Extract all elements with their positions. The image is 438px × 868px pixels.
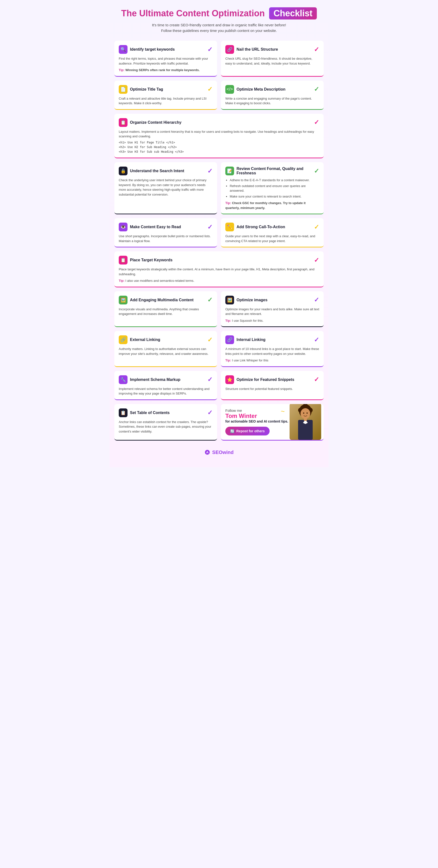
card-nail-url: 🔗 Nail the URL Structure ✓ Check URL slu…	[221, 41, 324, 77]
subtitle-line2: Follow these guidelines every time you p…	[161, 29, 277, 33]
external-link-icon: 🔗	[119, 335, 128, 344]
card-multimedia: 🖼️ Add Engaging Multimedia Content ✓ Inc…	[114, 291, 217, 327]
card-title: Identify target keywords	[130, 47, 175, 52]
card-title: Add Engaging Multimedia Content	[130, 298, 194, 302]
card-body: Write a concise and engaging summary of …	[225, 96, 319, 106]
card-tip: Tip: Check GSC for monthly changes. Try …	[225, 201, 319, 210]
follow-for-text: for actionable SEO and AI content tips.	[225, 420, 319, 423]
card-body: Place target keywords strategically with…	[119, 267, 319, 283]
card-header: 🖼️ Optimize images ✓	[225, 296, 319, 304]
search-icon: 🔍	[119, 45, 128, 54]
title-badge: Checklist	[269, 7, 317, 20]
subtitle-line1: It's time to create SEO-friendly content…	[152, 23, 286, 27]
bullet-item: Adhere to the E-E-A-T standards for a co…	[230, 178, 319, 183]
card-header: ✏️ Add Strong Call-To-Action ✓	[225, 223, 319, 231]
card-title-group: ✏️ Add Strong Call-To-Action	[225, 223, 285, 231]
card-internal-linking: 🔗 Internal Linking ✓ A minimum of 10 inb…	[221, 331, 324, 367]
row-5: 👁️ Make Content Easy to Read ✓ Use short…	[114, 218, 324, 247]
page-footer: SEOwind	[114, 444, 324, 458]
checkmark-icon: ✓	[207, 167, 213, 175]
bullet-item: Refresh outdated content and ensure user…	[230, 184, 319, 193]
checkmark-icon: ✓	[314, 336, 319, 344]
card-title-group: 🔍 Identify target keywords	[119, 45, 175, 54]
checkmark-icon: ✓	[314, 46, 319, 53]
card-text: Layout matters. Implement a content hier…	[119, 129, 319, 139]
card-easy-read: 👁️ Make Content Easy to Read ✓ Use short…	[114, 218, 217, 247]
checkmark-icon: ✓	[314, 256, 319, 264]
card-body: Incorporate visuals and multimedia. Anyt…	[119, 307, 213, 316]
card-tip: Tip: I use Squoosh for this.	[225, 318, 319, 323]
card-title-group: 📋 Organize Content Hierarchy	[119, 118, 181, 127]
code-line-3: <h3> Use H3 for Sub sub Heading </h3>	[119, 150, 319, 154]
seowind-logo-icon	[204, 450, 210, 455]
title-plain: The Ultimate Content Optimization	[121, 8, 265, 18]
follow-card: Follow me Tom Winter for actionable SEO …	[221, 404, 324, 441]
card-header: 📝 Review Content Format, Quality and Fre…	[225, 166, 319, 175]
pencil-icon: ✏️	[225, 223, 234, 231]
svg-point-11	[207, 451, 208, 452]
checkmark-icon: ✓	[207, 336, 213, 344]
card-text: Place target keywords strategically with…	[119, 267, 319, 276]
card-header: </> Optimize Meta Description ✓	[225, 85, 319, 94]
card-body: Check URL slug for SEO-friendliness. It …	[225, 56, 319, 66]
card-table-of-contents: 📋 Set Table of Contents ✓ Anchor links c…	[114, 404, 217, 441]
card-text: Craft a relevant and attractive title ta…	[119, 96, 213, 106]
card-header: 🔒 Understand the Search Intent ✓	[119, 166, 213, 175]
card-meta-description: </> Optimize Meta Description ✓ Write a …	[221, 81, 324, 110]
card-title: Implement Schema Markup	[130, 377, 180, 382]
card-text: A minimum of 10 inbound links is a good …	[225, 347, 319, 356]
checkmark-icon: ✓	[207, 86, 213, 93]
card-title-group: 👁️ Make Content Easy to Read	[119, 223, 181, 231]
card-body: Use short paragraphs. Incorporate bullet…	[119, 234, 213, 243]
hierarchy-icon: 📋	[119, 118, 128, 127]
card-title: Place Target Keywords	[130, 258, 172, 262]
card-title-group: 📄 Optimize Title Tag	[119, 85, 163, 94]
page-wrapper: The Ultimate Content Optimization Checkl…	[109, 0, 329, 467]
card-cta: ✏️ Add Strong Call-To-Action ✓ Guide you…	[221, 218, 324, 247]
person-name: Tom Winter	[225, 412, 319, 420]
card-header: ⭐ Optimize for Featured Snippets ✓	[225, 375, 319, 384]
card-featured-snippets: ⭐ Optimize for Featured Snippets ✓ Struc…	[221, 371, 324, 400]
page-header: The Ultimate Content Optimization Checkl…	[114, 7, 324, 33]
row-4: 🔒 Understand the Search Intent ✓ Check t…	[114, 162, 324, 214]
code-line-2: <h2> Use H2 for Sub Heading </h2>	[119, 145, 319, 150]
card-header: 🔧 Implement Schema Markup ✓	[119, 375, 213, 384]
card-text: Authority matters. Linking to authoritat…	[119, 347, 213, 356]
card-title-group: 📋 Set Table of Contents	[119, 408, 170, 417]
document-icon: 📄	[119, 85, 128, 94]
toc-icon: 📋	[119, 408, 128, 417]
card-search-intent: 🔒 Understand the Search Intent ✓ Check t…	[114, 162, 217, 214]
star-icon: ⭐	[225, 375, 234, 384]
card-title: Set Table of Contents	[130, 411, 170, 415]
card-body: Layout matters. Implement a content hier…	[119, 129, 319, 154]
card-title-tag: 📄 Optimize Title Tag ✓ Craft a relevant …	[114, 81, 217, 110]
card-optimize-images: 🖼️ Optimize images ✓ Optimize images for…	[221, 291, 324, 327]
checkmark-icon: ✓	[314, 296, 319, 304]
checkmark-icon: ✓	[314, 223, 319, 231]
multimedia-icon: 🖼️	[119, 296, 128, 304]
card-body: Anchor links can establish context for t…	[119, 420, 213, 434]
card-title: External Linking	[130, 338, 160, 342]
card-body: Structure content for potential featured…	[225, 386, 319, 392]
repost-button[interactable]: 🔄 Repost for others	[225, 427, 270, 435]
card-title: Internal Linking	[237, 338, 266, 342]
card-text: Structure content for potential featured…	[225, 386, 319, 392]
card-text: Implement relevant schema for better con…	[119, 386, 213, 396]
card-body: Authority matters. Linking to authoritat…	[119, 347, 213, 356]
card-text: Find the right terms, topics, and phrase…	[119, 56, 213, 66]
card-header: 🖼️ Add Engaging Multimedia Content ✓	[119, 296, 213, 304]
card-body: Implement relevant schema for better con…	[119, 386, 213, 396]
link-icon: 🔗	[225, 45, 234, 54]
card-header: 📋 Organize Content Hierarchy ✓	[119, 118, 319, 127]
card-title-group: 🔗 External Linking	[119, 335, 160, 344]
card-title-group: </> Optimize Meta Description	[225, 85, 285, 94]
checkmark-icon: ✓	[207, 376, 213, 383]
checkmark-icon: ✓	[207, 296, 213, 304]
checkmark-icon: ✓	[314, 119, 319, 126]
card-schema: 🔧 Implement Schema Markup ✓ Implement re…	[114, 371, 217, 400]
row-1: 🔍 Identify target keywords ✓ Find the ri…	[114, 41, 324, 77]
card-text: Anchor links can establish context for t…	[119, 420, 213, 434]
code-example: <h1> Use H1 for Page Title </h1> <h2> Us…	[119, 140, 319, 154]
card-body: Optimize images for your readers and bot…	[225, 307, 319, 323]
row-8: 🔗 External Linking ✓ Authority matters. …	[114, 331, 324, 367]
